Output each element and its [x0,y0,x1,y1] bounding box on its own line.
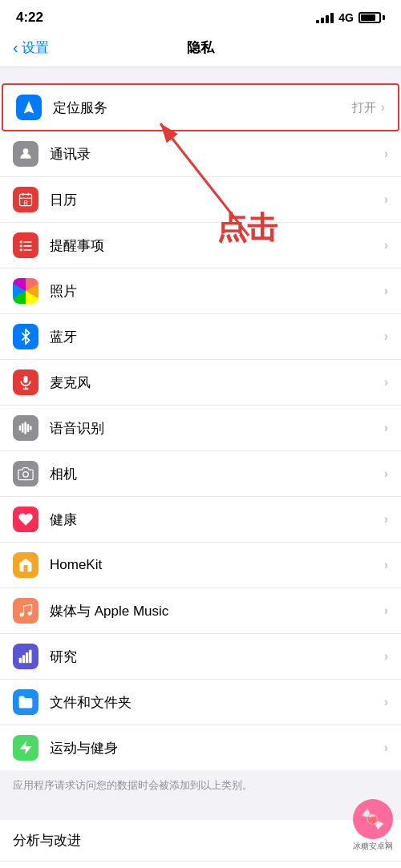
reminders-icon [13,232,38,258]
microphone-item[interactable]: 麦克风 › [0,360,401,406]
network-type: 4G [338,11,354,24]
microphone-icon [13,369,38,395]
homekit-label: HomeKit [50,557,384,573]
contacts-icon [13,141,38,167]
photos-item[interactable]: 照片 › [0,268,401,314]
calendar-item[interactable]: 日 日历 › [0,177,401,223]
reminders-label: 提醒事项 [50,236,384,255]
camera-icon [13,461,38,486]
svg-rect-26 [22,655,25,663]
files-label: 文件和文件夹 [50,693,384,712]
photos-icon [13,278,38,304]
location-services-item[interactable]: 定位服务 打开 › [2,83,399,131]
camera-label: 相机 [50,465,384,483]
health-item[interactable]: 健康 › [0,497,401,543]
status-icons: 4G [316,11,385,24]
svg-point-10 [20,248,22,251]
back-label: 设置 [22,38,49,57]
speech-recognition-icon [13,415,38,441]
svg-rect-21 [30,426,32,430]
location-chevron-icon: › [381,100,385,115]
fitness-chevron-icon: › [384,741,388,755]
homekit-icon [13,552,38,578]
research-item[interactable]: 研究 › [0,634,401,680]
svg-point-23 [20,613,24,617]
svg-rect-27 [26,652,28,663]
bluetooth-icon [13,324,38,349]
contacts-chevron-icon: › [384,147,388,161]
bottom-settings-list: 分析与改进 › 广告 › [0,820,401,868]
microphone-chevron-icon: › [384,375,388,390]
status-bar: 4:22 4G [0,0,401,32]
homekit-item[interactable]: HomeKit › [0,543,401,588]
back-button[interactable]: ‹ 设置 [13,38,49,57]
health-chevron-icon: › [384,512,388,527]
bluetooth-item[interactable]: 蓝牙 › [0,314,401,360]
battery-icon [358,12,385,23]
location-status-value: 打开 [352,100,376,115]
research-label: 研究 [50,648,384,666]
reminders-chevron-icon: › [384,238,388,252]
svg-point-2 [23,148,29,154]
svg-point-22 [23,472,29,478]
media-icon [13,598,38,624]
fitness-icon [13,735,38,761]
photos-chevron-icon: › [384,284,388,298]
svg-rect-14 [24,376,28,383]
contacts-item[interactable]: 通讯录 › [0,131,401,177]
files-chevron-icon: › [384,695,388,709]
health-label: 健康 [50,511,384,529]
location-icon [16,95,42,120]
speech-recognition-item[interactable]: 语音识别 › [0,406,401,451]
fitness-item[interactable]: 运动与健身 › [0,725,401,770]
contacts-label: 通讯录 [50,145,384,164]
files-item[interactable]: 文件和文件夹 › [0,680,401,725]
microphone-label: 麦克风 [50,373,384,392]
page-title: 隐私 [187,38,214,57]
settings-section: 点击 定位服务 打开 › 通讯录 › [0,83,401,770]
svg-point-9 [20,244,22,247]
photos-label: 照片 [50,282,384,301]
calendar-chevron-icon: › [384,192,388,207]
location-services-label: 定位服务 [53,99,352,117]
svg-point-8 [20,240,22,243]
svg-rect-25 [19,658,22,664]
analytics-item[interactable]: 分析与改进 › [0,820,401,862]
svg-point-24 [28,612,32,616]
nav-bar: ‹ 设置 隐私 [0,32,401,67]
reminders-item[interactable]: 提醒事项 › [0,223,401,268]
calendar-label: 日历 [50,191,384,209]
homekit-chevron-icon: › [384,558,388,572]
files-icon [13,689,38,715]
media-apple-music-item[interactable]: 媒体与 Apple Music › [0,588,401,634]
fitness-label: 运动与健身 [50,739,384,757]
analytics-label: 分析与改进 [13,831,384,850]
status-time: 4:22 [16,10,43,26]
svg-rect-19 [24,422,26,434]
bluetooth-chevron-icon: › [384,329,388,344]
health-icon [13,507,38,532]
speech-recognition-chevron-icon: › [384,421,388,435]
back-arrow-icon: ‹ [13,38,18,57]
signal-icon [316,13,334,23]
svg-rect-17 [19,426,22,431]
svg-rect-20 [27,424,30,432]
main-settings-list: 定位服务 打开 › 通讯录 › 日 [0,83,401,770]
bluetooth-label: 蓝牙 [50,328,384,346]
speech-recognition-label: 语音识别 [50,419,384,438]
research-chevron-icon: › [384,649,388,664]
camera-chevron-icon: › [384,466,388,481]
watermark: 🍬 冰糖安卓网 [353,799,393,852]
ads-item[interactable]: 广告 › [0,862,401,868]
calendar-icon: 日 [13,187,38,212]
footer-note: 应用程序请求访问您的数据时会被添加到以上类别。 [0,770,401,804]
svg-text:日: 日 [23,200,28,205]
svg-rect-18 [22,423,24,433]
camera-item[interactable]: 相机 › [0,451,401,497]
svg-rect-28 [29,650,31,664]
media-apple-music-label: 媒体与 Apple Music [50,602,384,620]
research-icon [13,644,38,669]
media-chevron-icon: › [384,604,388,618]
